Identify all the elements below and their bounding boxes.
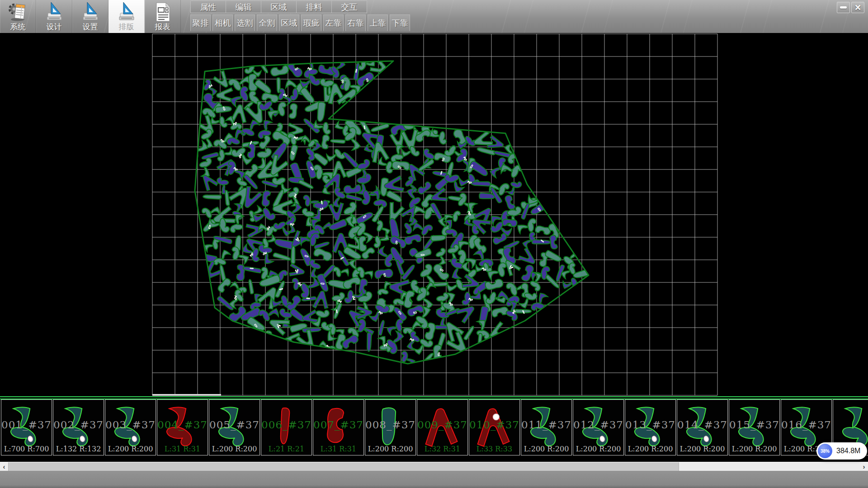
strip-divider: [0, 396, 868, 399]
action-button-区域[interactable]: 区域: [279, 14, 299, 31]
set-square-icon: [80, 1, 100, 23]
action-button-上靠[interactable]: 上靠: [368, 14, 388, 31]
action-button-下靠[interactable]: 下靠: [390, 14, 410, 31]
piece-id: 005_#37: [209, 419, 259, 431]
piece-id: 012_#37: [573, 419, 623, 431]
piece-id: 008_#37: [365, 419, 415, 431]
piece-id: 011_#37: [521, 419, 571, 431]
action-button-左靠[interactable]: 左靠: [323, 14, 344, 31]
menu-tab-属性[interactable]: 属性: [190, 0, 226, 13]
thumbnail-cell-010_#37[interactable]: 010_#37 L:33 R:33: [469, 399, 520, 455]
piece-counts: L:200 R:200: [209, 445, 259, 453]
action-button-瑕疵[interactable]: 瑕疵: [301, 14, 321, 31]
piece-counts: L:31 R:31: [157, 445, 208, 453]
piece-counts: L:700 R:700: [1, 445, 52, 453]
piece-counts: L:200 R:200: [677, 445, 727, 453]
app-button-label: 排版: [108, 23, 144, 32]
app-button-label: 设置: [72, 23, 108, 32]
set-square-icon: [117, 1, 137, 23]
app-button-设计[interactable]: 设计: [36, 0, 72, 33]
action-button-相机[interactable]: 相机: [212, 14, 233, 31]
piece-counts: L:32 R:31: [417, 445, 467, 453]
action-button-右靠[interactable]: 右靠: [345, 14, 366, 31]
piece-id: 009_#37: [417, 419, 467, 431]
piece-id: 007_#37: [313, 419, 363, 431]
memory-badge: 38% 384.8M: [816, 442, 867, 460]
piece-id: 001_#37: [1, 419, 52, 431]
thumbnail-cell-004_#37[interactable]: 004_#37 L:31 R:31: [157, 399, 208, 455]
piece-thumbnail-strip: 001_#37 L:700 R:700 002_#37 L:132 R:132 …: [0, 399, 868, 462]
app-button-label: 报表: [145, 23, 180, 32]
canvas-mini-scrollbar: [152, 394, 221, 396]
action-button-聚排[interactable]: 聚排: [190, 14, 211, 31]
minimize-icon: [840, 6, 847, 9]
piece-counts: L:31 R:31: [313, 445, 363, 453]
thumbnail-cell-005_#37[interactable]: 005_#37 L:200 R:200: [209, 399, 260, 455]
horizontal-scrollbar[interactable]: ‹ ›: [0, 462, 868, 471]
piece-id: 003_#37: [105, 419, 156, 431]
thumbnail-cell-006_#37[interactable]: 006_#37 L:21 R:21: [261, 399, 312, 455]
thumbnail-cell-012_#37[interactable]: 012_#37 L:200 R:200: [573, 399, 624, 455]
scroll-left-arrow[interactable]: ‹: [0, 462, 8, 471]
piece-id: 016_#37: [781, 419, 831, 431]
thumbnail-cell-011_#37[interactable]: 011_#37 L:200 R:200: [521, 399, 572, 455]
app-button-设置[interactable]: 设置: [72, 0, 108, 33]
action-button-全割[interactable]: 全割: [257, 14, 277, 31]
thumbnail-cell-003_#37[interactable]: 003_#37 L:200 R:200: [105, 399, 156, 455]
status-bar: [0, 471, 868, 488]
progress-circle: 38%: [818, 444, 832, 458]
titlebar: 系统 设计 设置 排版 报表 属性编辑区域排料交互 聚排相机选割全割区域瑕疵左靠…: [0, 0, 868, 33]
app-button-label: 设计: [36, 23, 72, 32]
report-document-icon: [153, 1, 173, 23]
menu-tabs: 属性编辑区域排料交互: [190, 0, 367, 13]
piece-counts: L:200 R:200: [521, 445, 571, 453]
close-icon: ✕: [854, 4, 861, 12]
thumbnail-cell-002_#37[interactable]: 002_#37 L:132 R:132: [53, 399, 104, 455]
piece-counts: L:200 R:200: [365, 445, 415, 453]
app-button-系统[interactable]: 系统: [0, 0, 36, 33]
piece-counts: L:33 R:33: [469, 445, 519, 453]
menu-tab-交互[interactable]: 交互: [331, 0, 367, 13]
piece-id: 004_#37: [157, 419, 208, 431]
app-button-label: 系统: [0, 23, 36, 32]
app-toolbar: 系统 设计 设置 排版 报表: [0, 0, 181, 33]
action-toolbar: 聚排相机选割全割区域瑕疵左靠右靠上靠下靠: [190, 14, 410, 31]
nesting-canvas[interactable]: [0, 33, 868, 396]
piece-id: 002_#37: [53, 419, 104, 431]
gear-notebook-icon: [7, 1, 28, 23]
action-button-选割[interactable]: 选割: [235, 14, 255, 31]
thumbnail-cell-013_#37[interactable]: 013_#37 L:200 R:200: [625, 399, 676, 455]
thumbnail-cell-015_#37[interactable]: 015_#37 L:200 R:200: [729, 399, 780, 455]
thumbnail-cell-007_#37[interactable]: 007_#37 L:31 R:31: [313, 399, 364, 455]
piece-counts: L:200 R:200: [105, 445, 156, 453]
piece-id: 014_#37: [677, 419, 727, 431]
window-controls: ✕: [837, 2, 864, 13]
application-window: 系统 设计 设置 排版 报表 属性编辑区域排料交互 聚排相机选割全割区域瑕疵左靠…: [0, 0, 868, 488]
piece-counts: L:132 R:132: [53, 445, 104, 453]
thumbnail-cell-009_#37[interactable]: 009_#37 L:32 R:31: [417, 399, 468, 455]
piece-counts: L:200 R:200: [625, 445, 675, 453]
piece-id: 010_#37: [469, 419, 519, 431]
scrollbar-thumb[interactable]: [8, 462, 679, 471]
piece-counts: L:200 R:200: [729, 445, 779, 453]
scroll-right-arrow[interactable]: ›: [860, 462, 868, 471]
piece-id: 006_#37: [261, 419, 311, 431]
app-button-排版[interactable]: 排版: [108, 0, 145, 33]
memory-value: 384.8M: [836, 447, 860, 455]
piece-id: 015_#37: [729, 419, 779, 431]
menu-tab-编辑[interactable]: 编辑: [226, 0, 261, 13]
menu-tab-区域[interactable]: 区域: [261, 0, 297, 13]
thumbnail-cell-001_#37[interactable]: 001_#37 L:700 R:700: [1, 399, 52, 455]
set-square-icon: [44, 1, 64, 23]
piece-counts: L:21 R:21: [261, 445, 311, 453]
close-button[interactable]: ✕: [851, 2, 864, 13]
menu-tab-排料[interactable]: 排料: [296, 0, 332, 13]
thumbnail-cell-014_#37[interactable]: 014_#37 L:200 R:200: [677, 399, 728, 455]
minimize-button[interactable]: [837, 2, 850, 13]
piece-id: 013_#37: [625, 419, 675, 431]
thumbnail-cell-008_#37[interactable]: 008_#37 L:200 R:200: [365, 399, 416, 455]
app-button-报表[interactable]: 报表: [145, 0, 181, 33]
piece-counts: L:200 R:200: [573, 445, 623, 453]
